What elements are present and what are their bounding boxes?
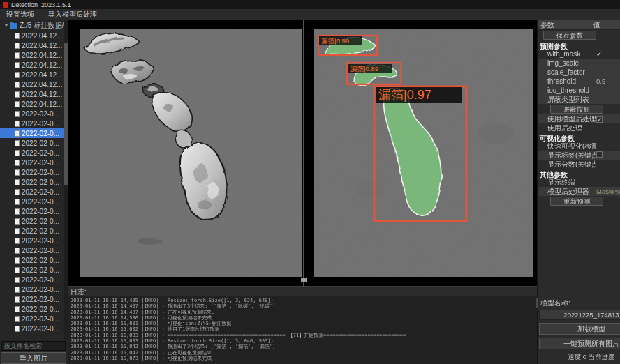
viewer-area: 漏箔|0.99 漏箔|0.89 漏箔|0.97 [68, 20, 537, 286]
file-icon [15, 179, 20, 185]
prediction-image-canvas: 漏箔|0.99 漏箔|0.89 漏箔|0.97 [314, 29, 533, 277]
tree-item[interactable]: 2022-02-0... [0, 206, 68, 216]
detection-label-3: 漏箔|0.97 [378, 88, 431, 102]
tree-item[interactable]: 2022.04.12... [0, 79, 68, 89]
tree-item[interactable]: 2022-02-0... [0, 197, 68, 206]
tree-item[interactable]: 2022-02-0... [0, 187, 68, 197]
param-row[interactable]: with_mask✓ [538, 50, 620, 59]
tree-item[interactable]: 2022.04.12... [0, 99, 68, 109]
checkbox-empty-icon[interactable] [596, 151, 603, 158]
tree-item-label: 2022.04.12... [22, 100, 62, 108]
tree-item[interactable]: 2022-02-0... [0, 304, 68, 314]
tree-item[interactable]: 2022-02-0... [0, 314, 68, 324]
param-button[interactable]: 屏蔽按钮 [550, 105, 603, 114]
file-tree[interactable]: ▾ Z:/5-标注数据/... 2022.04.12...2022.04.12.… [0, 20, 68, 340]
splitter-handle-icon[interactable] [301, 278, 307, 282]
param-row[interactable]: 显示分数(关键点) [538, 160, 620, 169]
tree-item-label: 2022-02-0... [22, 130, 59, 137]
tree-item[interactable]: 2022-02-0... [0, 265, 68, 275]
tree-item[interactable]: 2022-02-0... [0, 158, 68, 167]
tree-item[interactable]: 2022.04.12... [0, 70, 68, 79]
tree-item[interactable]: 2022.04.12... [0, 40, 68, 50]
log-line: 2023-01-11 16:16:14,487 |INFO| - 正在可视化预测… [71, 310, 537, 315]
tree-item[interactable]: 2022.04.12... [0, 50, 68, 60]
tree-item[interactable]: 2022-02-0... [0, 128, 68, 138]
tree-item[interactable]: 2022.04.12... [0, 31, 68, 40]
tree-item[interactable]: 2022-02-0... [0, 177, 68, 187]
tree-item[interactable]: 2022-02-0... [0, 294, 68, 304]
param-button[interactable]: 保存参数 [543, 31, 596, 40]
file-icon [15, 316, 20, 322]
tree-item[interactable]: 2022-02-0... [0, 255, 68, 265]
file-icon [15, 33, 20, 39]
check-icon: ✓ [596, 50, 620, 58]
checkbox-checked-icon[interactable]: ✓ [596, 116, 603, 123]
tree-item-label: 2022.04.12... [22, 71, 62, 79]
folder-icon [10, 23, 17, 29]
import-images-button[interactable]: 导入图片 [1, 352, 66, 364]
param-button[interactable]: 重新预测 [550, 197, 603, 206]
tree-item-label: 2022.04.12... [22, 32, 62, 40]
param-row[interactable]: scale_factor [538, 68, 620, 77]
viewer-splitter[interactable] [303, 20, 304, 286]
file-icon [15, 82, 20, 88]
param-row[interactable]: 使用模型后处理✓ [538, 114, 620, 123]
param-row[interactable]: threshold0.5 [538, 77, 620, 86]
tree-item[interactable]: 2022-02-0... [0, 138, 68, 148]
param-button-row: 重新预测 [538, 196, 620, 206]
param-rows: 保存参数预测参数with_mask✓img_scalescale_factort… [538, 30, 620, 206]
param-label: img_scale [547, 59, 596, 67]
param-row[interactable]: 快速可视化(检测) [538, 142, 620, 151]
image-viewer-original[interactable] [80, 29, 302, 277]
image-grain [80, 29, 302, 277]
predict-all-button[interactable]: 一键预测所有图片 [539, 338, 620, 349]
tree-item[interactable]: 2022-02-0... [0, 226, 68, 236]
menu-import-postprocess[interactable]: 导入模型后处理 [48, 10, 97, 20]
param-row[interactable]: 显示终端 [538, 178, 620, 187]
tree-item[interactable]: 2022-02-0... [0, 167, 68, 177]
tree-item[interactable]: 2022-02-0... [0, 119, 68, 128]
tree-item-label: 2022-02-0... [22, 266, 59, 274]
param-row[interactable]: iou_threshold [538, 86, 620, 95]
tree-item[interactable]: 2022-02-0... [0, 285, 68, 294]
tree-item-label: 2022-02-0... [22, 208, 59, 215]
menu-settings[interactable]: 设置选项 [6, 10, 34, 20]
model-name-field[interactable]: 20221225_174813 [539, 310, 620, 320]
param-row[interactable]: 使用后处理 [538, 123, 620, 132]
tree-item[interactable]: 2022-02-0... [0, 216, 68, 226]
param-label: scale_factor [547, 68, 596, 76]
param-row[interactable]: 模型后处理器MaskPostPro [538, 187, 620, 196]
window-title: Detection_2023.1.5.1 [11, 1, 71, 8]
file-icon [15, 306, 20, 312]
tree-item-label: 2022-02-0... [22, 296, 59, 303]
tree-item-label: 2022-02-0... [22, 198, 59, 206]
tree-item[interactable]: 2022.04.12... [0, 60, 68, 70]
tree-root-folder[interactable]: ▾ Z:/5-标注数据/... [0, 20, 68, 31]
params-panel: 参数 值 保存参数预测参数with_mask✓img_scalescale_fa… [538, 20, 620, 364]
tree-item-label: 2022-02-0... [22, 315, 59, 323]
filename-search-input[interactable] [1, 341, 66, 351]
tree-item-label: 2022-02-0... [22, 110, 59, 118]
param-section-title: 可视化参数 [538, 132, 620, 142]
tree-item-label: 2022-02-0... [22, 120, 59, 128]
tree-item-label: 2022.04.12... [22, 52, 62, 59]
param-row[interactable]: 屏蔽类型列表 [538, 95, 620, 104]
tree-item[interactable]: 2022-02-0... [0, 275, 68, 285]
file-icon [15, 296, 20, 303]
tree-item-label: 2022-02-0... [22, 159, 59, 167]
log-panel[interactable]: 日志: 2023-01-11 16:16:14,435 |INFO| - Res… [68, 286, 537, 364]
tree-item[interactable]: 2022-02-0... [0, 109, 68, 119]
file-icon [15, 228, 20, 234]
chevron-down-icon[interactable]: ▾ [5, 22, 8, 29]
load-model-button[interactable]: 加载模型 [539, 323, 620, 335]
tree-item[interactable]: 2022-02-0... [0, 148, 68, 158]
tree-item[interactable]: 2022-02-0... [0, 236, 68, 245]
file-icon [15, 169, 20, 176]
tree-item[interactable]: 2022-02-0... [0, 324, 68, 333]
param-row[interactable]: img_scale [538, 59, 620, 68]
tree-item[interactable]: 2022-02-0... [0, 245, 68, 255]
image-viewer-prediction[interactable]: 漏箔|0.99 漏箔|0.89 漏箔|0.97 [314, 29, 533, 277]
tree-item[interactable]: 2022.04.12... [0, 89, 68, 99]
tree-item-label: 2022-02-0... [22, 149, 59, 157]
param-row[interactable]: 显示标签(关键点) [538, 151, 620, 160]
